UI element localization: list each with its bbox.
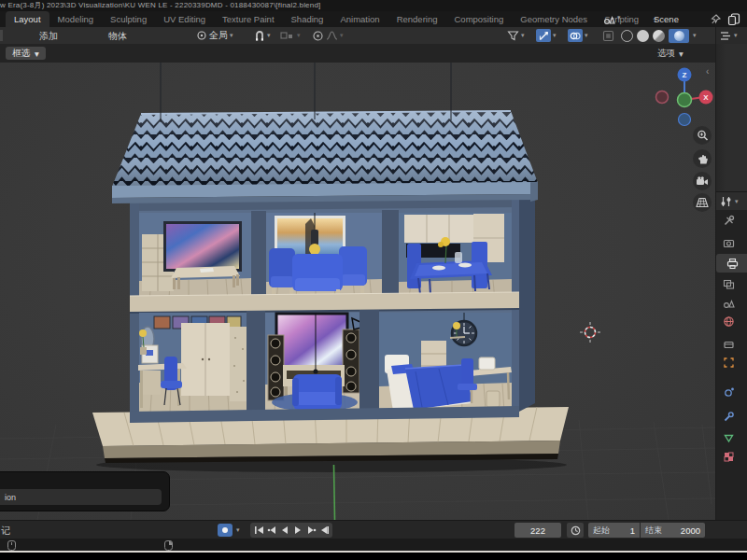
workspace-tab-shading[interactable]: Shading: [283, 11, 332, 27]
clock-icon: [571, 525, 581, 536]
scene-3d[interactable]: [0, 63, 715, 520]
tab-collection-properties[interactable]: [716, 334, 741, 353]
gizmo-y-ball[interactable]: [678, 93, 692, 107]
zoom-button[interactable]: [693, 126, 712, 145]
gizmo-x-label: X: [703, 93, 709, 102]
tab-output-properties[interactable]: [716, 254, 747, 273]
pan-hand-button[interactable]: [693, 149, 712, 168]
current-frame-field[interactable]: 222: [514, 523, 561, 538]
outliner-header[interactable]: ▾: [715, 27, 747, 44]
operator-panel-field[interactable]: ion: [0, 489, 162, 505]
tab-tool-properties[interactable]: [716, 211, 741, 230]
perspective-grid-icon: [696, 197, 709, 208]
transform-orientation-dropdown[interactable]: 全局 ▾: [196, 29, 233, 42]
rendered-shading-button[interactable]: [669, 29, 689, 43]
timeline-marker-menu[interactable]: 记: [1, 525, 10, 538]
overlays-toggle[interactable]: ▾: [568, 29, 588, 42]
sofa-lower[interactable]: [292, 374, 342, 410]
gizmo-minus-z-ball[interactable]: [679, 114, 691, 126]
workspace-tab-uv-editing[interactable]: UV Editing: [155, 11, 214, 27]
tab-world-properties[interactable]: [716, 312, 741, 330]
prev-keyframe-icon: [267, 525, 277, 535]
tab-render-properties[interactable]: [716, 233, 741, 252]
tab-scene-properties[interactable]: [716, 293, 741, 312]
camera-view-button[interactable]: [693, 172, 712, 190]
xray-toggle[interactable]: [602, 29, 614, 42]
gizmo-minus-x-ball[interactable]: [656, 91, 669, 104]
plush-toy[interactable]: [309, 244, 320, 255]
roof[interactable]: [112, 111, 538, 203]
scene-selector[interactable]: ▾ Scene: [603, 12, 747, 26]
object-corners-icon: [723, 357, 735, 369]
room-upper-middle[interactable]: [266, 213, 382, 301]
left-mouse-hint-icon: [7, 540, 16, 551]
workspace-tab-layout[interactable]: Layout: [6, 11, 49, 27]
workspace-tab-texture-paint[interactable]: Texture Paint: [214, 11, 282, 27]
workspace-tab-animation[interactable]: Animation: [331, 11, 388, 27]
toggle-orthographic-button[interactable]: [693, 193, 712, 212]
speaker-left[interactable]: [268, 335, 284, 400]
tab-object-properties[interactable]: [716, 353, 741, 371]
previous-keyframe-button[interactable]: [265, 524, 278, 537]
wireframe-shading-button[interactable]: [621, 30, 633, 42]
rendered-sphere-icon: [674, 31, 684, 41]
outliner-caret-icon: ▾: [734, 32, 738, 39]
frame-start-field[interactable]: 起始 1: [588, 523, 640, 538]
tab-view-layer-properties[interactable]: [716, 274, 741, 293]
workspace-tab-modeling[interactable]: Modeling: [49, 11, 103, 27]
snapping-toggle[interactable]: ▾: [254, 29, 271, 42]
room-lower-right[interactable]: [379, 313, 512, 412]
jump-to-end-button[interactable]: [317, 524, 331, 537]
pin-icon[interactable]: [710, 13, 722, 25]
room-lower-left[interactable]: [138, 313, 250, 413]
poster-lower-middle[interactable]: [276, 314, 347, 368]
tab-data-properties[interactable]: [716, 428, 741, 447]
scene-name[interactable]: Scene: [654, 14, 679, 24]
gizmo-z-label: Z: [683, 71, 687, 79]
dollhouse[interactable]: [130, 193, 535, 423]
workspace-tab-geometry-nodes[interactable]: Geometry Nodes: [512, 11, 596, 27]
speaker-right[interactable]: [343, 329, 359, 393]
solid-shading-button[interactable]: [637, 30, 649, 42]
menu-add[interactable]: 添加: [39, 30, 58, 43]
operator-panel[interactable]: ion: [0, 471, 170, 511]
material-preview-button[interactable]: [653, 30, 665, 42]
tab-modifier-properties[interactable]: [716, 407, 741, 426]
3d-cursor[interactable]: [580, 322, 600, 343]
proportional-editing-group[interactable]: ▾: [312, 29, 344, 42]
preview-range-button[interactable]: [567, 523, 584, 538]
figurine[interactable]: [311, 230, 318, 245]
jump-to-start-button[interactable]: [252, 524, 265, 537]
workspace-tab-compositing[interactable]: Compositing: [446, 11, 513, 27]
play-reverse-button[interactable]: [278, 524, 291, 537]
tab-physics-properties[interactable]: [716, 383, 741, 401]
outliner-panel[interactable]: [715, 44, 747, 191]
options-dropdown[interactable]: 选项 ▾: [657, 47, 684, 60]
xray-icon: [602, 30, 614, 42]
snapping-caret-icon: ▾: [267, 32, 271, 39]
new-scene-icon[interactable]: [727, 12, 741, 26]
orientation-label: 全局: [209, 29, 228, 42]
workspace-tab-rendering[interactable]: Rendering: [388, 11, 446, 27]
menu-object[interactable]: 物体: [108, 30, 127, 43]
viewport-3d[interactable]: ion Z X: [0, 63, 715, 520]
visibility-dropdown[interactable]: ▾: [507, 29, 525, 42]
viewport-header: 添加 物体 全局 ▾ ▾ ▾: [0, 27, 715, 45]
auto-keying-button[interactable]: [218, 524, 233, 537]
gizmos-toggle[interactable]: ▾: [536, 29, 557, 42]
workspace-tab-sculpting[interactable]: Sculpting: [102, 11, 155, 27]
snap-target-dropdown[interactable]: ▾: [280, 29, 301, 42]
sidebar-collapse-arrow[interactable]: ‹: [706, 66, 709, 77]
room-upper-right[interactable]: [399, 213, 512, 301]
frame-end-field[interactable]: 结束 2000: [641, 523, 705, 538]
properties-header[interactable]: ▾: [715, 191, 747, 210]
tab-texture-properties[interactable]: [716, 447, 741, 466]
next-keyframe-button[interactable]: [304, 524, 317, 537]
timeline-bar: 记 ▾: [0, 520, 747, 539]
room-upper-left[interactable]: [139, 213, 251, 301]
play-button[interactable]: [291, 524, 304, 537]
active-tool-dropdown[interactable]: 框选 ▾: [6, 47, 46, 60]
right-mouse-hint-icon: [164, 540, 173, 551]
room-lower-middle[interactable]: [265, 313, 369, 412]
workspace-tabs: Layout Modeling Sculpting UV Editing Tex…: [6, 11, 664, 27]
